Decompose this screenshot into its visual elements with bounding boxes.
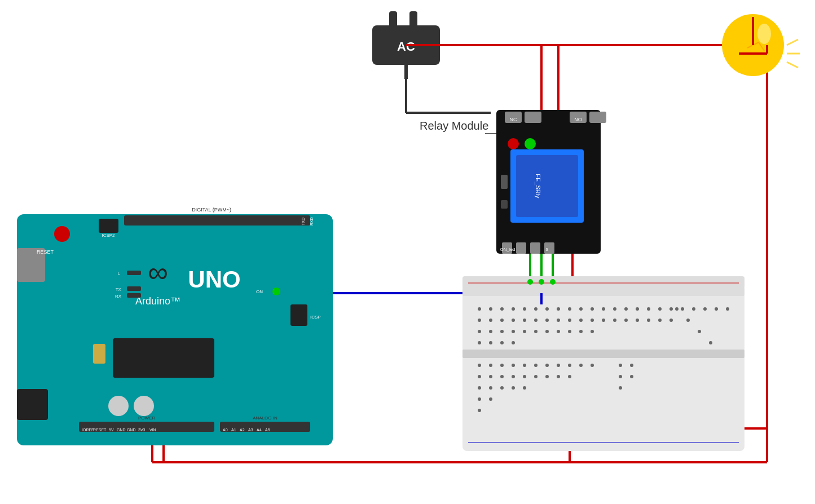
svg-point-168: [108, 396, 129, 416]
svg-rect-44: [516, 155, 578, 217]
l-led-label: L: [118, 271, 121, 276]
svg-point-96: [669, 319, 673, 322]
svg-point-58: [500, 307, 504, 311]
svg-point-73: [669, 307, 673, 311]
svg-point-42: [525, 138, 536, 149]
svg-point-136: [523, 386, 526, 390]
svg-point-83: [523, 319, 526, 322]
svg-point-82: [512, 319, 515, 322]
arduino-text: Arduino™: [135, 295, 180, 307]
a4-label: A4: [257, 428, 262, 432]
svg-point-126: [512, 375, 515, 378]
svg-point-147: [698, 330, 701, 333]
circuit-diagram: AC: [0, 0, 815, 504]
svg-point-154: [550, 279, 556, 285]
svg-rect-38: [525, 112, 541, 123]
svg-point-133: [489, 386, 492, 390]
svg-rect-163: [127, 293, 141, 298]
svg-point-81: [500, 319, 504, 322]
svg-point-112: [478, 364, 481, 367]
svg-rect-167: [93, 344, 105, 364]
svg-rect-158: [99, 219, 118, 233]
reset-label: RESET: [37, 249, 54, 255]
svg-point-142: [619, 375, 622, 378]
svg-point-122: [591, 364, 594, 367]
svg-point-110: [500, 341, 504, 344]
svg-point-72: [658, 307, 662, 311]
svg-point-94: [647, 319, 650, 322]
svg-point-85: [545, 319, 549, 322]
svg-point-107: [591, 330, 594, 333]
svg-rect-161: [290, 304, 307, 326]
a3-label: A3: [248, 428, 253, 432]
svg-point-89: [591, 319, 594, 322]
rxd-label: RXD: [310, 217, 314, 226]
svg-point-141: [630, 364, 633, 367]
on-led-label: ON: [256, 289, 263, 294]
svg-point-153: [539, 279, 544, 285]
svg-rect-52: [462, 276, 744, 451]
svg-point-79: [478, 319, 481, 322]
icsp-label: ICSP: [310, 315, 321, 320]
svg-point-65: [579, 307, 583, 311]
relay-no: NO: [574, 117, 582, 122]
svg-point-159: [54, 226, 70, 242]
svg-point-140: [619, 364, 622, 367]
svg-point-91: [613, 319, 616, 322]
tx-label: TX: [116, 287, 122, 292]
power-label: POWER: [138, 415, 155, 421]
svg-point-78: [726, 307, 729, 311]
svg-point-68: [613, 307, 616, 311]
relay-id: FE_SRly: [535, 174, 541, 198]
svg-point-105: [568, 330, 571, 333]
svg-point-56: [478, 307, 481, 311]
svg-point-132: [478, 386, 481, 390]
svg-point-119: [557, 364, 560, 367]
svg-point-86: [557, 319, 560, 322]
svg-point-75: [692, 307, 695, 311]
svg-point-87: [568, 319, 571, 322]
svg-point-60: [523, 307, 526, 311]
svg-point-128: [534, 375, 538, 378]
svg-rect-18: [409, 11, 417, 28]
reset2-label: RESET: [93, 428, 107, 432]
ac-label: AC: [397, 39, 415, 54]
svg-point-116: [523, 364, 526, 367]
svg-point-61: [534, 307, 538, 311]
svg-rect-50: [501, 200, 508, 209]
svg-point-152: [527, 279, 533, 285]
svg-point-76: [703, 307, 707, 311]
gnd2-label: GND: [127, 428, 136, 432]
svg-point-71: [647, 307, 650, 311]
svg-point-118: [545, 364, 549, 367]
svg-point-99: [500, 330, 504, 333]
relay-on-label: ON_led: [500, 247, 515, 252]
svg-point-123: [478, 375, 481, 378]
svg-point-100: [512, 330, 515, 333]
svg-point-26: [757, 24, 771, 44]
svg-rect-46: [516, 242, 526, 254]
svg-rect-47: [530, 242, 540, 254]
svg-point-125: [500, 375, 504, 378]
svg-rect-162: [127, 286, 141, 291]
svg-point-101: [523, 330, 526, 333]
rx-label: RX: [115, 294, 122, 299]
svg-rect-40: [589, 112, 606, 123]
svg-point-109: [489, 341, 492, 344]
a2-label: A2: [240, 428, 245, 432]
svg-point-148: [709, 341, 712, 344]
ioref-label: IOREF: [82, 428, 94, 432]
svg-point-90: [602, 319, 605, 322]
svg-point-66: [591, 307, 594, 311]
svg-point-80: [489, 319, 492, 322]
svg-rect-160: [124, 215, 310, 226]
svg-point-95: [658, 319, 662, 322]
relay-nc: NC: [510, 117, 517, 122]
svg-point-127: [523, 375, 526, 378]
svg-point-59: [512, 307, 515, 311]
relay-module: NC NO FE_SRly ON_led S: [496, 110, 606, 254]
svg-point-67: [602, 307, 605, 311]
svg-rect-49: [501, 175, 508, 189]
svg-rect-165: [127, 271, 141, 275]
uno-text: UNO: [188, 266, 240, 293]
